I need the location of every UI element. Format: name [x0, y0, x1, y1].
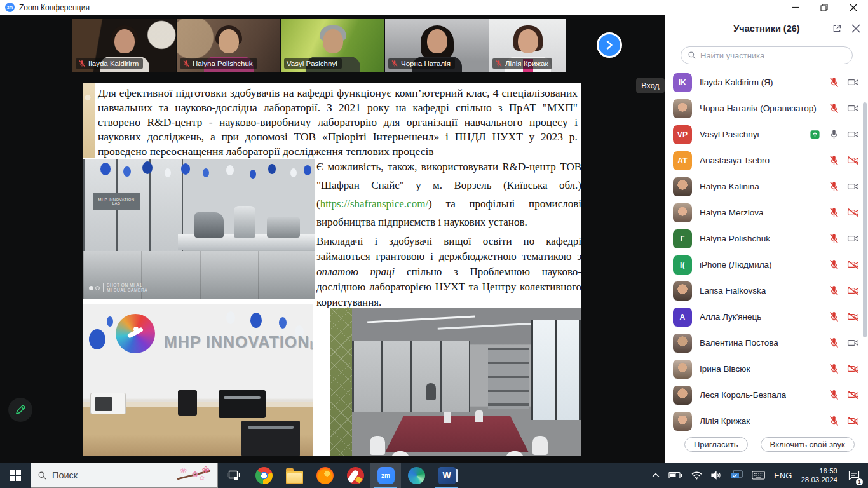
taskbar-app-word[interactable]: W	[431, 463, 462, 488]
mic-status-icon	[828, 363, 840, 375]
lab-equipment	[267, 217, 300, 238]
person-silhouette	[426, 383, 436, 400]
mic-status-icon	[828, 128, 840, 140]
meeting-main-area: Ilayda Kaldirirm Halyna Polishchuk Vasyl…	[0, 15, 665, 463]
avatar-initials: A	[680, 313, 686, 322]
volume-icon[interactable]	[707, 463, 726, 488]
language-indicator[interactable]: ENG	[770, 463, 796, 488]
video-tile[interactable]: Halyna Polishchuk	[177, 19, 280, 72]
taskbar-app-ccleaner[interactable]	[340, 463, 370, 488]
participant-row[interactable]: Larisa Fialkovska	[665, 278, 868, 304]
participant-row[interactable]: Halyna Merzlova	[665, 200, 868, 226]
camera-status-icon	[847, 311, 859, 323]
shelf-unit	[488, 348, 529, 409]
minimize-button[interactable]	[780, 0, 810, 15]
participant-status-icons	[828, 285, 859, 297]
avatar-initials: І(	[680, 261, 685, 269]
file-explorer-icon	[286, 471, 303, 484]
participant-status-icons	[828, 76, 859, 88]
avatar-initials: IK	[679, 78, 687, 87]
wifi-icon[interactable]	[687, 463, 707, 488]
close-panel-icon[interactable]	[850, 23, 862, 34]
video-tile[interactable]: Ilayda Kaldirirm	[72, 19, 176, 72]
clock-date: 28.03.2024	[801, 475, 837, 484]
participant-status-icons	[828, 415, 859, 427]
restore-button[interactable]	[810, 0, 839, 15]
office-photo	[330, 308, 581, 456]
tray-chevron-icon[interactable]	[648, 463, 664, 488]
mic-status-icon	[828, 76, 840, 88]
tile-mic-muted-icon	[78, 60, 86, 67]
video-tile[interactable]: Лілія Крижак	[489, 19, 566, 72]
tile-name: Лілія Крижак	[505, 60, 548, 67]
avatar: A	[673, 308, 692, 327]
video-tile[interactable]: Чорна Наталія	[385, 19, 489, 72]
close-button[interactable]	[839, 0, 868, 15]
keyboard-icon[interactable]	[747, 463, 770, 488]
brand-main-text: MHP INNOVATION	[164, 333, 309, 351]
tile-mic-muted-icon	[495, 60, 503, 67]
mic-status-icon	[828, 233, 840, 245]
slide-text-segment: Викладачі і здобувачі вищої освіти по ка…	[316, 235, 581, 262]
participant-row[interactable]: IK Ilayda Kaldirirm (Я)	[665, 69, 868, 95]
participant-row[interactable]: Леся Король-Безпала	[665, 382, 868, 408]
participant-row[interactable]: VP Vasyl Pasichnyi	[665, 121, 868, 147]
taskbar-search[interactable]: Поиск ❀✿❀✿	[31, 463, 218, 488]
microwave	[90, 393, 126, 414]
ceiling-light	[367, 316, 475, 323]
taskbar-clock[interactable]: 16:59 28.03.2024	[796, 463, 844, 488]
taskbar-app-chrome[interactable]	[248, 463, 279, 488]
taskbar-app-explorer[interactable]	[279, 463, 309, 488]
conference-table	[385, 416, 529, 452]
participant-row[interactable]: Лілія Крижак	[665, 408, 868, 432]
participant-search[interactable]	[681, 46, 853, 64]
tile-name: Чорна Наталія	[401, 60, 451, 67]
participant-name: Лілія Крижак	[700, 416, 750, 426]
mic-status-icon	[828, 180, 840, 193]
tile-name-label: Чорна Наталія	[388, 58, 455, 69]
next-videos-button[interactable]	[597, 32, 622, 58]
display-settings-icon[interactable]	[726, 463, 747, 488]
taskbar-app-edge[interactable]	[401, 463, 431, 488]
camera-status-icon	[847, 259, 859, 271]
participant-name: Larisa Fialkovska	[700, 286, 766, 295]
camera-status-icon	[847, 233, 859, 245]
annotate-button[interactable]	[8, 398, 32, 422]
start-button[interactable]	[0, 463, 31, 488]
participant-row[interactable]: Валентина Постова	[665, 330, 868, 356]
camera-status-icon	[847, 207, 859, 219]
participant-row[interactable]: Чорна Наталія (Организатор)	[665, 95, 868, 121]
invite-button[interactable]: Пригласить	[684, 437, 748, 452]
camera-status-icon	[847, 180, 859, 193]
taskbar-app-zoom[interactable]: zm	[370, 463, 401, 488]
action-center-button[interactable]: 1	[844, 463, 864, 488]
popout-icon[interactable]	[831, 23, 843, 34]
participant-row[interactable]: І( iPhone (Людмила)	[665, 252, 868, 278]
task-view-button[interactable]	[218, 463, 248, 488]
participant-row[interactable]: Г Halyna Polishchuk	[665, 226, 868, 252]
video-tile[interactable]: Vasyl Pasichnyi	[281, 19, 384, 72]
participant-name: Ilayda Kaldirirm (Я)	[700, 78, 773, 87]
participant-status-icons	[828, 233, 859, 245]
taskbar-app-firefox[interactable]	[309, 463, 340, 488]
mic-status-icon	[828, 154, 840, 166]
participants-list: IK Ilayda Kaldirirm (Я) Чорна Наталія (О…	[665, 69, 868, 432]
system-tray: ENG 16:59 28.03.2024 1	[648, 463, 868, 488]
tile-name: Ilayda Kaldirirm	[88, 60, 139, 67]
avatar	[673, 334, 692, 353]
unmute-button[interactable]: Включить свой звук	[761, 437, 855, 452]
zoom-icon: zm	[377, 467, 395, 484]
camera-status-icon	[847, 102, 859, 114]
participant-row[interactable]: Halyna Kalinina	[665, 173, 868, 200]
participant-name: Halyna Polishchuk	[700, 234, 770, 243]
participant-row[interactable]: Ірина Вівсюк	[665, 356, 868, 382]
search-input[interactable]	[700, 51, 846, 60]
camera-watermark: SHOT ON MI A1MI DUAL CAMERA	[89, 283, 147, 293]
participant-row[interactable]: A Алла Лук'янець	[665, 304, 868, 330]
battery-icon[interactable]	[664, 463, 687, 488]
participant-figure	[323, 29, 343, 53]
taskbar: Поиск ❀✿❀✿ zm W ENG 16:59 28.03.2024	[0, 463, 868, 488]
participant-status-icons	[828, 363, 859, 375]
participant-row[interactable]: AT Anastasiya Tsebro	[665, 147, 868, 173]
panel-scrollbar[interactable]	[863, 102, 867, 337]
